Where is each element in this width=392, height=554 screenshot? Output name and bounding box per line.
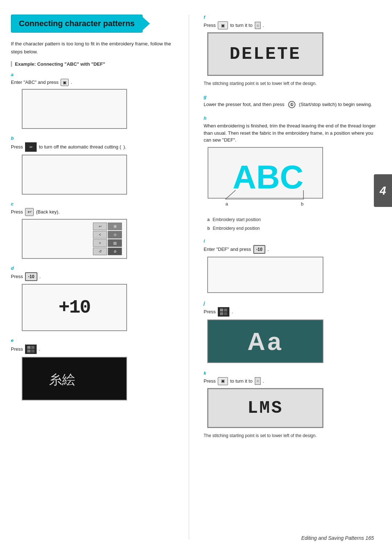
step-i-label: i	[204, 238, 381, 244]
minus10-key-i: -10	[253, 245, 265, 254]
nav-cell-8: ⊘	[108, 248, 122, 255]
step-e-text: Press .	[11, 345, 178, 354]
step-f-text: Press ▣ to turn it to ○ .	[204, 21, 381, 29]
page-container: Connecting character patterns If the cha…	[0, 0, 392, 554]
step-b-label: b	[11, 135, 178, 141]
nav-cell-3: <	[93, 231, 107, 239]
nav-cell-5: >	[93, 239, 107, 247]
svg-rect-1	[31, 346, 34, 349]
step-f-icon: ▣	[218, 21, 228, 29]
svg-text:ABC: ABC	[233, 159, 303, 195]
svg-rect-3	[31, 350, 34, 353]
nav-cell-6: ▤	[108, 239, 122, 247]
step-j: j Press . Aa	[204, 300, 381, 363]
svg-rect-2	[27, 350, 30, 353]
minus10-key-d: -10	[25, 272, 37, 281]
step-k-label: k	[204, 370, 381, 376]
step-k-screen: LMS	[207, 388, 323, 428]
svg-text:糸絵: 糸絵	[49, 372, 75, 387]
step-d: d Press -10 . +10	[11, 265, 178, 331]
stitch-j-svg	[220, 309, 227, 315]
nav-cell-1: ↩	[93, 223, 107, 230]
speckled-display: 糸絵	[38, 364, 111, 393]
stitch-icon-e	[25, 345, 37, 354]
example-label: Example: Connecting "ABC" with "DEF"	[11, 61, 178, 67]
step-f-caption: The stitching starting point is set to l…	[204, 80, 381, 87]
start-stop-icon: ①	[288, 101, 295, 108]
step-a-icon: ▣	[61, 79, 69, 86]
lms-display: LMS	[248, 398, 283, 418]
step-i-text: Enter "DEF" and press -10 .	[204, 245, 381, 254]
step-h-text: When embroidering is finished, trim the …	[204, 122, 381, 144]
step-b: b Press ✂ to turn off the automatic thre…	[11, 135, 178, 195]
step-k-target-icon: ○	[255, 377, 261, 385]
abc-annotations: a Embroidery start position	[207, 217, 381, 222]
footer-text: Editing and Saving Patterns 165	[301, 535, 374, 541]
step-g-label: g	[204, 94, 381, 99]
nav-cell-7: ↺	[93, 248, 107, 255]
step-f: f Press ▣ to turn it to ○ . DELETE The s…	[204, 15, 381, 87]
step-d-label: d	[11, 265, 178, 271]
step-h: h When embroidering is finished, trim th…	[204, 115, 381, 231]
stitch-svg	[27, 346, 34, 353]
step-g-text: Lower the presser foot, and then press ①…	[204, 101, 381, 108]
step-a-label: a	[11, 72, 178, 77]
step-i: i Enter "DEF" and press -10 .	[204, 238, 381, 293]
nav-grid: ↩ ⊞ < ⊙ > ▤ ↺ ⊘	[93, 223, 122, 255]
step-a-text: Enter "ABC" and press ▣ .	[11, 79, 178, 86]
step-j-label: j	[204, 300, 381, 306]
step-c-screen: ↩ ⊞ < ⊙ > ▤ ↺ ⊘	[22, 219, 127, 259]
step-d-text: Press -10 .	[11, 272, 178, 281]
step-f-target-icon: ○	[255, 22, 261, 29]
header-arrow	[142, 16, 150, 31]
back-key-icon: ↩	[25, 208, 34, 216]
step-j-screen: Aa	[207, 319, 323, 363]
thread-cut-icon: ✂	[25, 142, 37, 152]
step-k: k Press ▣ to turn it to ○ . LMS The stit…	[204, 370, 381, 439]
left-column: Connecting character patterns If the cha…	[11, 15, 178, 539]
svg-rect-14	[224, 309, 227, 311]
step-g: g Lower the presser foot, and then press…	[204, 94, 381, 108]
step-j-text: Press .	[204, 307, 381, 317]
abc-diagram: ABC a b	[207, 147, 323, 216]
step-k-text: Press ▣ to turn it to ○ .	[204, 377, 381, 385]
aa-display: Aa	[248, 327, 283, 355]
step-e-screen: 糸絵	[22, 357, 127, 400]
header-box: Connecting character patterns	[11, 15, 143, 33]
column-divider	[189, 15, 189, 539]
section-header: Connecting character patterns	[11, 15, 178, 33]
step-c-text: Press ↩ (Back key).	[11, 208, 178, 216]
delete-display: DELETE	[230, 44, 301, 64]
step-i-screen	[207, 257, 323, 293]
step-e: e Press . 糸絵	[11, 338, 178, 400]
step-h-label: h	[204, 115, 381, 121]
svg-rect-13	[220, 309, 223, 311]
section-title: Connecting character patterns	[19, 19, 135, 28]
svg-rect-16	[224, 312, 227, 315]
step-c: c Press ↩ (Back key). ↩ ⊞ < ⊙ > ▤ ↺ ⊘	[11, 201, 178, 259]
intro-text: If the character pattern is too long to …	[11, 40, 178, 56]
plus10-display: +10	[58, 297, 90, 318]
stitch-icon-j	[218, 307, 229, 317]
step-c-label: c	[11, 201, 178, 207]
nav-cell-4: ⊙	[108, 231, 122, 239]
svg-rect-0	[27, 346, 30, 349]
svg-rect-15	[220, 312, 223, 315]
step-b-screen	[22, 155, 127, 195]
step-f-screen: DELETE	[207, 32, 323, 76]
step-a-screen	[22, 89, 127, 129]
svg-text:b: b	[301, 201, 303, 207]
step-f-label: f	[204, 15, 381, 20]
nav-cell-2: ⊞	[108, 223, 122, 230]
step-e-label: e	[11, 338, 178, 343]
abc-diagram-wrapper: ABC a b a Embroidery start position b	[207, 147, 381, 231]
abc-annotation-b: b Embroidery end position	[207, 226, 381, 231]
step-k-icon: ▣	[218, 377, 228, 385]
page-tab: 4	[374, 174, 392, 207]
step-a: a Enter "ABC" and press ▣ .	[11, 72, 178, 129]
step-b-text: Press ✂ to turn off the automatic thread…	[11, 142, 178, 152]
right-column: f Press ▣ to turn it to ○ . DELETE The s…	[200, 15, 381, 539]
step-c-nav: ↩ ⊞ < ⊙ > ▤ ↺ ⊘	[23, 220, 126, 258]
svg-text:a: a	[225, 201, 228, 207]
step-k-caption: The stitching starting point is set to l…	[204, 432, 381, 439]
